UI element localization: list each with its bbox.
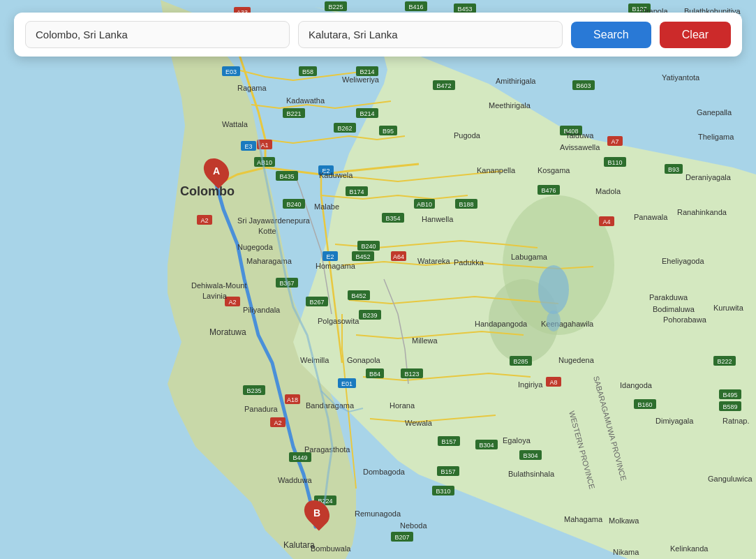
svg-text:Parakduwa: Parakduwa	[649, 293, 688, 301]
svg-text:B235: B235	[246, 387, 261, 394]
svg-text:B262: B262	[337, 125, 352, 132]
svg-text:Bombuwala: Bombuwala	[311, 544, 351, 553]
svg-text:A4: A4	[602, 218, 610, 225]
svg-text:Ingiriya: Ingiriya	[518, 380, 543, 389]
origin-input[interactable]	[25, 21, 290, 48]
svg-point-199	[547, 311, 561, 331]
svg-text:B157: B157	[441, 438, 456, 445]
svg-text:Kotte: Kotte	[258, 227, 276, 235]
svg-text:B453: B453	[457, 6, 472, 13]
svg-text:B416: B416	[408, 3, 423, 10]
svg-text:Pugoda: Pugoda	[454, 131, 481, 140]
svg-text:Wadduwa: Wadduwa	[278, 476, 312, 484]
svg-text:B93: B93	[668, 166, 679, 173]
svg-text:B84: B84	[369, 371, 380, 378]
svg-text:Egaloya: Egaloya	[503, 436, 531, 445]
svg-text:Nugegoda: Nugegoda	[237, 243, 274, 251]
svg-text:Lavinia: Lavinia	[202, 292, 228, 300]
svg-text:AB10: AB10	[417, 201, 432, 208]
svg-text:A8: A8	[549, 379, 557, 386]
svg-text:Amithirigala: Amithirigala	[496, 77, 536, 85]
svg-point-198	[538, 265, 569, 314]
svg-text:A2: A2	[274, 419, 281, 426]
svg-text:Panadura: Panadura	[244, 405, 279, 413]
svg-text:B304: B304	[479, 442, 494, 449]
svg-text:Wewala: Wewala	[405, 419, 433, 427]
svg-text:B240: B240	[361, 243, 376, 250]
svg-text:Yatiyantota: Yatiyantota	[662, 73, 700, 82]
search-bar: Search Clear	[14, 13, 742, 57]
svg-text:B214: B214	[360, 110, 374, 117]
svg-text:Theligama: Theligama	[698, 133, 734, 141]
svg-text:Ranahinkanda: Ranahinkanda	[677, 208, 727, 216]
svg-text:B157: B157	[440, 468, 455, 475]
map-background: B225 B416 A33 B453 B127 B58 E03 B214 B60	[0, 0, 756, 559]
svg-text:A7: A7	[611, 138, 618, 145]
svg-text:Deraniyagala: Deraniyagala	[685, 173, 732, 181]
svg-text:B304: B304	[523, 452, 538, 459]
svg-text:Neboda: Neboda	[400, 521, 427, 530]
svg-text:Labugama: Labugama	[511, 253, 548, 261]
marker-b-label: B	[313, 507, 320, 519]
svg-text:B449: B449	[292, 454, 307, 461]
svg-text:Kosgama: Kosgama	[538, 166, 570, 174]
map-container: B225 B416 A33 B453 B127 B58 E03 B214 B60	[0, 0, 756, 559]
svg-text:B472: B472	[436, 82, 451, 89]
svg-text:Ratnap.: Ratnap.	[722, 417, 750, 425]
svg-text:B110: B110	[607, 159, 622, 166]
svg-text:Nugedena: Nugedena	[558, 356, 595, 364]
marker-b: B	[306, 499, 328, 527]
svg-text:B354: B354	[385, 215, 400, 222]
svg-text:B589: B589	[722, 403, 737, 410]
svg-text:E2: E2	[326, 253, 334, 260]
svg-text:A64: A64	[393, 253, 404, 260]
svg-text:B435: B435	[279, 173, 294, 180]
svg-text:Madola: Madola	[595, 187, 621, 195]
svg-text:B160: B160	[637, 401, 652, 408]
svg-text:B225: B225	[328, 3, 343, 10]
svg-text:Avissawella: Avissawella	[560, 143, 600, 151]
svg-text:Dombagoda: Dombagoda	[363, 468, 406, 476]
svg-text:B221: B221	[286, 110, 301, 117]
svg-text:Moratuwa: Moratuwa	[209, 327, 246, 337]
svg-text:Weliweriya: Weliweriya	[342, 75, 380, 84]
svg-text:Meethirigala: Meethirigala	[489, 101, 531, 110]
svg-text:B239: B239	[362, 312, 377, 319]
clear-button[interactable]: Clear	[660, 22, 731, 48]
svg-text:Watareka: Watareka	[417, 257, 451, 265]
svg-text:B58: B58	[302, 68, 313, 75]
svg-text:Paragasthota: Paragasthota	[304, 445, 350, 454]
svg-text:AB10: AB10	[257, 159, 272, 166]
svg-text:Ganepalla: Ganepalla	[697, 108, 732, 117]
svg-text:Panawala: Panawala	[634, 213, 668, 221]
svg-text:B123: B123	[404, 371, 419, 378]
svg-text:Padukka: Padukka	[454, 258, 484, 267]
svg-text:B603: B603	[576, 82, 591, 89]
svg-text:Piliyandala: Piliyandala	[243, 306, 281, 314]
svg-text:Kaduwela: Kaduwela	[319, 171, 353, 179]
svg-text:B174: B174	[349, 188, 364, 195]
svg-text:B452: B452	[351, 292, 366, 299]
svg-text:A2: A2	[200, 217, 208, 224]
destination-input[interactable]	[298, 21, 563, 48]
svg-text:Colombo: Colombo	[180, 184, 235, 198]
search-button[interactable]: Search	[571, 22, 651, 48]
svg-text:Bandaragama: Bandaragama	[306, 401, 355, 410]
svg-text:Kuruwita: Kuruwita	[713, 304, 744, 312]
svg-text:Malabe: Malabe	[314, 202, 339, 211]
svg-text:Bulathsinhala: Bulathsinhala	[508, 470, 555, 478]
svg-text:Kelinkanda: Kelinkanda	[670, 544, 709, 553]
svg-text:B267: B267	[309, 299, 324, 306]
svg-text:Kadawatha: Kadawatha	[286, 96, 325, 105]
svg-text:B222: B222	[717, 358, 732, 365]
svg-text:Gonapola: Gonapola	[347, 356, 381, 364]
svg-text:Hanwella: Hanwella	[422, 215, 454, 223]
svg-text:B476: B476	[541, 187, 556, 194]
svg-text:Bodimaluwa: Bodimaluwa	[653, 305, 695, 313]
svg-text:Ganguluwica: Ganguluwica	[708, 475, 753, 483]
svg-text:Eheliyagoda: Eheliyagoda	[662, 257, 704, 265]
svg-text:Dimiyagala: Dimiyagala	[655, 417, 694, 425]
svg-text:Horana: Horana	[390, 401, 415, 410]
svg-text:Homagama: Homagama	[316, 262, 356, 270]
svg-text:Maharagama: Maharagama	[246, 257, 292, 265]
